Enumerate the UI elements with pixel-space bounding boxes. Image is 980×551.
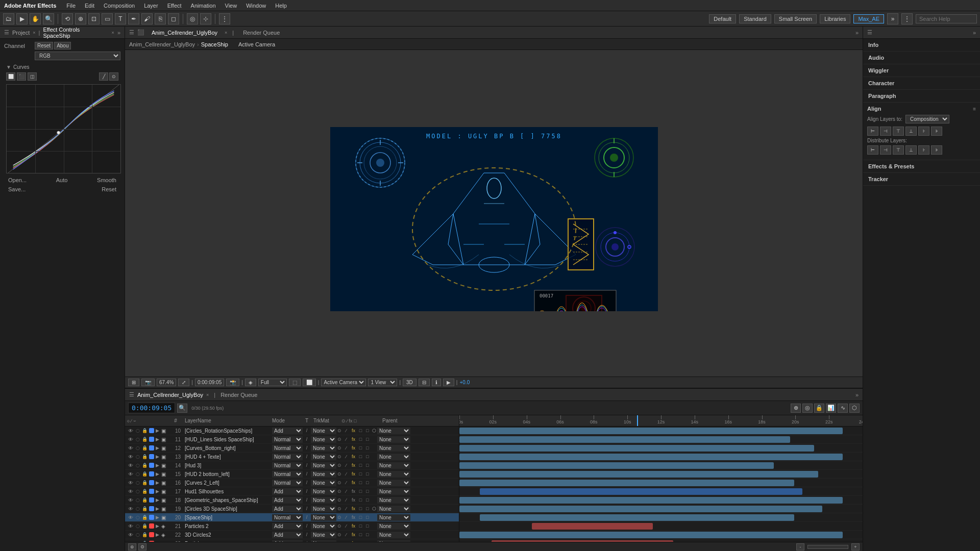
layer-switch4-19[interactable]: □ xyxy=(364,506,371,511)
layer-shy-22[interactable]: ◌ xyxy=(135,532,141,537)
workspace-libraries[interactable]: Libraries xyxy=(820,14,850,23)
layer-mode-sel-19[interactable]: Add xyxy=(272,506,303,512)
layer-parent-sel-13[interactable]: None xyxy=(377,454,410,460)
layer-switch4-17[interactable]: □ xyxy=(364,489,371,494)
viewer-grid-btn[interactable]: ⊞ xyxy=(128,379,139,386)
menu-edit[interactable]: Edit xyxy=(81,2,99,10)
layer-switch3-21[interactable]: □ xyxy=(357,523,363,529)
layer-parent-sel-16[interactable]: None xyxy=(377,480,410,486)
layer-trkmat-sel-21[interactable]: None xyxy=(311,523,336,530)
layer-switch2-14[interactable]: ∕ xyxy=(343,463,349,468)
layer-switch2-17[interactable]: ∕ xyxy=(343,489,349,494)
menu-view[interactable]: View xyxy=(221,2,241,10)
layer-switch3-13[interactable]: □ xyxy=(357,454,363,459)
tl-solo-btn[interactable]: ◎ xyxy=(802,404,813,413)
layer-eye-19[interactable]: 👁 xyxy=(127,506,134,512)
layer-eye-15[interactable]: 👁 xyxy=(127,471,134,477)
align-bottom-btn[interactable]: ⊧ xyxy=(931,127,942,136)
layer-row[interactable]: 👁 ◌ 🔒 ▶ ◈ 22 3D Circles2 Add / None ⊙ ∕ … xyxy=(125,531,459,539)
layer-lock-10[interactable]: 🔒 xyxy=(141,428,148,433)
track-row[interactable] xyxy=(459,435,863,444)
align-top-btn[interactable]: ⊥ xyxy=(905,127,917,136)
viewer-time-display[interactable]: 0:00:09:05 xyxy=(195,379,224,386)
track-row[interactable] xyxy=(459,531,863,539)
layer-fx-13[interactable]: fx xyxy=(350,454,357,459)
layer-lock-13[interactable]: 🔒 xyxy=(141,454,148,459)
layer-trkmat-sel-11[interactable]: None xyxy=(311,436,336,443)
comp-panel-menu[interactable]: ☰ xyxy=(129,29,134,36)
workspace-small[interactable]: Small Screen xyxy=(774,14,817,23)
track-row[interactable] xyxy=(459,505,863,513)
tl-zoom-bar[interactable] xyxy=(807,545,848,549)
layer-expand-15[interactable]: ▶ xyxy=(156,471,161,477)
layer-row[interactable]: 👁 ◌ 🔒 ▶ ▣ 18 [Geometric_shapes_SpaceShip… xyxy=(125,496,459,505)
layer-switch2-13[interactable]: ∕ xyxy=(343,454,349,459)
menu-effect[interactable]: Effect xyxy=(163,2,186,10)
curves-linear-btn[interactable]: ╱ xyxy=(99,72,108,81)
viewer-snap-btn[interactable]: 📸 xyxy=(226,379,239,386)
menu-animation[interactable]: Animation xyxy=(187,2,220,10)
hand-tool[interactable]: ✋ xyxy=(30,13,41,24)
camera-orbit[interactable]: ⟲ xyxy=(62,13,73,24)
layer-fx-19[interactable]: fx xyxy=(350,506,357,511)
layer-switch3-20[interactable]: □ xyxy=(357,515,363,520)
layer-row[interactable]: 👁 ◌ 🔒 ▶ ▣ 16 [Curves 2_Left] Normal / No… xyxy=(125,479,459,487)
right-panel-expand[interactable]: » xyxy=(973,30,976,36)
layer-switch2-18[interactable]: ∕ xyxy=(343,497,349,503)
layer-switch4-21[interactable]: □ xyxy=(364,523,371,529)
layer-expand-19[interactable]: ▶ xyxy=(156,506,161,511)
layer-switch1-13[interactable]: ⊙ xyxy=(336,454,342,459)
viewer-region-btn[interactable]: ⬚ xyxy=(289,379,301,386)
select-tool[interactable]: ▶ xyxy=(16,13,28,24)
layer-switch2-12[interactable]: ∕ xyxy=(343,445,349,450)
layer-trkmat-sel-13[interactable]: None xyxy=(311,454,336,460)
layer-eye-20[interactable]: 👁 xyxy=(127,515,134,520)
layer-mode-sel-20[interactable]: Normal xyxy=(272,514,303,521)
layer-mode-sel-22[interactable]: Add xyxy=(272,532,303,538)
layer-switch3-12[interactable]: □ xyxy=(357,445,363,450)
layer-trkmat-sel-12[interactable]: None xyxy=(311,445,336,452)
layer-switch4-12[interactable]: □ xyxy=(364,445,371,450)
panel-menu-icon[interactable]: ☰ xyxy=(4,29,9,36)
layer-lock-11[interactable]: 🔒 xyxy=(141,437,148,442)
layer-shy-19[interactable]: ◌ xyxy=(135,506,141,511)
layer-eye-13[interactable]: 👁 xyxy=(127,454,134,460)
layer-switch3-10[interactable]: □ xyxy=(357,428,363,433)
timeline-comp-tab[interactable]: Anim_Cellrender_UglyBoy xyxy=(137,392,203,398)
layer-eye-16[interactable]: 👁 xyxy=(127,480,134,486)
comp-tab-renderq[interactable]: Render Queue xyxy=(239,29,284,37)
layer-expand-17[interactable]: ▶ xyxy=(156,489,161,494)
zoom-tool[interactable]: 🔍 xyxy=(43,13,54,24)
layer-trkmat-sel-17[interactable]: None xyxy=(311,488,336,495)
layer-switch1-21[interactable]: ⊙ xyxy=(336,523,342,529)
layer-row[interactable]: 👁 ◌ 🔒 ▶ ◈ 21 Particles 2 Add / None ⊙ ∕ … xyxy=(125,522,459,531)
layer-fx-22[interactable]: fx xyxy=(350,532,357,537)
layer-shy-16[interactable]: ◌ xyxy=(135,480,141,485)
ec-about-btn[interactable]: Abou xyxy=(54,42,71,49)
pen-tool[interactable]: ✒ xyxy=(128,13,139,24)
viewer-camera-select[interactable]: Active Camera Camera 1 xyxy=(321,379,366,386)
track-row[interactable] xyxy=(459,444,863,453)
viewer-3d-btn[interactable]: 3D xyxy=(403,379,416,386)
comp-tab-x[interactable]: × xyxy=(225,30,227,35)
layer-switch4-13[interactable]: □ xyxy=(364,454,371,459)
rect-tool[interactable]: ▭ xyxy=(102,13,113,24)
layer-fx-12[interactable]: fx xyxy=(350,445,357,450)
track-row[interactable] xyxy=(459,479,863,487)
layer-expand-10[interactable]: ▶ xyxy=(156,428,161,433)
panel-expand-btn[interactable]: » xyxy=(117,30,120,36)
layer-row[interactable]: 👁 ◌ 🔒 ▶ ▣ 19 [Circles 3D SpaceShip] Add … xyxy=(125,505,459,513)
layer-trkmat-sel-15[interactable]: None xyxy=(311,471,336,478)
search-help-input[interactable] xyxy=(916,14,977,23)
layer-switch1-16[interactable]: ⊙ xyxy=(336,480,342,485)
layer-lock-20[interactable]: 🔒 xyxy=(141,515,148,520)
viewer-view-select[interactable]: 1 View 2 Views 4 Views xyxy=(368,379,397,386)
layer-trkmat-sel-20[interactable]: None xyxy=(311,514,336,521)
layer-shy-20[interactable]: ◌ xyxy=(135,515,141,520)
viewer-quality-btn[interactable]: ◈ xyxy=(245,379,256,386)
track-row[interactable] xyxy=(459,461,863,470)
track-row[interactable] xyxy=(459,522,863,531)
timeline-time-display[interactable]: 0:00:09:05 xyxy=(128,403,175,413)
layer-expand-14[interactable]: ▶ xyxy=(156,463,161,468)
layer-shy-17[interactable]: ◌ xyxy=(135,489,141,494)
